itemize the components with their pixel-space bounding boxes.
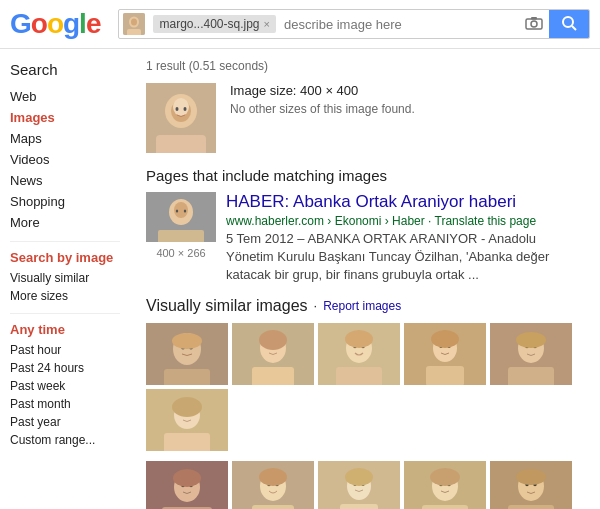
query-image xyxy=(146,83,216,153)
search-by-image-title: Search by image xyxy=(10,250,120,265)
match-thumb: 400 × 266 xyxy=(146,192,216,259)
sidebar-item-past-hour[interactable]: Past hour xyxy=(10,341,120,359)
svg-point-13 xyxy=(173,98,189,116)
svg-rect-80 xyxy=(422,505,468,509)
similar-image-3[interactable] xyxy=(318,323,400,385)
similar-image-11[interactable] xyxy=(490,461,572,509)
svg-point-2 xyxy=(131,19,137,26)
sidebar-item-videos[interactable]: Videos xyxy=(10,149,120,170)
search-title: Search xyxy=(10,61,120,78)
no-sizes-msg: No other sizes of this image found. xyxy=(230,102,415,116)
svg-point-15 xyxy=(184,107,187,111)
svg-point-27 xyxy=(172,333,202,349)
svg-rect-26 xyxy=(164,369,210,385)
sidebar-item-past-month[interactable]: Past month xyxy=(10,395,120,413)
svg-point-81 xyxy=(430,468,460,486)
search-button[interactable] xyxy=(549,9,589,39)
sidebar-item-more[interactable]: More xyxy=(10,212,120,233)
size-label: Image size: 400 × 400 xyxy=(230,83,415,98)
svg-rect-32 xyxy=(252,367,294,385)
similar-image-7[interactable] xyxy=(146,461,228,509)
main-content: 1 result (0.51 seconds) Image size: xyxy=(130,49,600,509)
sidebar-item-past-week[interactable]: Past week xyxy=(10,377,120,395)
svg-line-8 xyxy=(572,26,576,30)
sidebar-item-visually-similar[interactable]: Visually similar xyxy=(10,269,120,287)
sidebar-divider2 xyxy=(10,313,120,314)
similar-image-5[interactable] xyxy=(490,323,572,385)
similar-image-4[interactable] xyxy=(404,323,486,385)
svg-point-14 xyxy=(176,107,179,111)
sidebar-item-web[interactable]: Web xyxy=(10,86,120,107)
filename-label: margo...400-sq.jpg xyxy=(159,17,259,31)
similar-images-grid-row2 xyxy=(146,461,584,509)
svg-point-33 xyxy=(259,330,287,350)
body: Search Web Images Maps Videos News Shopp… xyxy=(0,49,600,509)
sidebar-item-shopping[interactable]: Shopping xyxy=(10,191,120,212)
svg-rect-3 xyxy=(127,29,141,35)
similar-image-1[interactable] xyxy=(146,323,228,385)
close-icon[interactable]: × xyxy=(264,18,270,30)
sidebar-item-more-sizes[interactable]: More sizes xyxy=(10,287,120,305)
sidebar-item-maps[interactable]: Maps xyxy=(10,128,120,149)
sidebar-item-images[interactable]: Images xyxy=(10,107,120,128)
svg-point-51 xyxy=(516,332,546,348)
similar-image-8[interactable] xyxy=(232,461,314,509)
svg-point-75 xyxy=(345,468,373,486)
svg-point-57 xyxy=(172,397,202,417)
google-logo: Google xyxy=(10,8,100,40)
similar-image-6[interactable] xyxy=(146,389,228,451)
similar-images-grid-row1 xyxy=(146,323,584,451)
visually-similar-row: Visually similar images · Report images xyxy=(146,297,584,315)
sidebar-item-past-year[interactable]: Past year xyxy=(10,413,120,431)
report-images-link[interactable]: Report images xyxy=(323,299,401,313)
svg-rect-74 xyxy=(340,504,378,509)
svg-point-63 xyxy=(173,469,201,487)
similar-image-2[interactable] xyxy=(232,323,314,385)
svg-point-39 xyxy=(345,330,373,348)
similar-image-10[interactable] xyxy=(404,461,486,509)
header: Google margo...400-sq.jpg × xyxy=(0,0,600,49)
svg-rect-56 xyxy=(164,433,210,451)
image-details: Image size: 400 × 400 No other sizes of … xyxy=(230,83,415,116)
svg-point-69 xyxy=(259,468,287,486)
sidebar-divider1 xyxy=(10,241,120,242)
match-dims: 400 × 266 xyxy=(146,247,216,259)
svg-rect-19 xyxy=(158,230,204,242)
sidebar-nav: Web Images Maps Videos News Shopping Mor… xyxy=(10,86,120,233)
similar-image-9[interactable] xyxy=(318,461,400,509)
match-info: HABER: Abanka Ortak Araniyor haberi www.… xyxy=(226,192,584,285)
match-snippet: 5 Tem 2012 – ABANKA ORTAK ARANIYOR - Ana… xyxy=(226,230,584,285)
match-url: www.haberler.com › Ekonomi › Haber · Tra… xyxy=(226,214,584,228)
svg-point-21 xyxy=(184,210,186,213)
svg-rect-50 xyxy=(508,367,554,385)
match-result: 400 × 266 HABER: Abanka Ortak Araniyor h… xyxy=(146,192,584,285)
svg-rect-12 xyxy=(156,135,206,153)
svg-point-20 xyxy=(176,210,178,213)
any-time-title: Any time xyxy=(10,322,120,337)
sidebar-item-past-24h[interactable]: Past 24 hours xyxy=(10,359,120,377)
svg-point-18 xyxy=(174,202,188,218)
result-stats: 1 result (0.51 seconds) xyxy=(146,59,584,73)
svg-point-7 xyxy=(563,17,573,27)
sidebar-item-news[interactable]: News xyxy=(10,170,120,191)
svg-rect-68 xyxy=(252,505,294,509)
svg-rect-86 xyxy=(508,505,554,509)
match-title[interactable]: HABER: Abanka Ortak Araniyor haberi xyxy=(226,192,516,211)
image-info-box: Image size: 400 × 400 No other sizes of … xyxy=(146,83,584,153)
visually-similar-title: Visually similar images xyxy=(146,297,308,315)
camera-icon[interactable] xyxy=(519,16,549,33)
svg-point-45 xyxy=(431,330,459,348)
matching-pages-title: Pages that include matching images xyxy=(146,167,584,184)
sidebar-item-custom-range[interactable]: Custom range... xyxy=(10,431,120,449)
search-bar: margo...400-sq.jpg × xyxy=(118,9,590,39)
svg-point-87 xyxy=(516,469,546,485)
svg-rect-44 xyxy=(426,366,464,385)
svg-rect-38 xyxy=(336,367,382,385)
svg-point-5 xyxy=(531,21,537,27)
search-image-thumb xyxy=(123,13,145,35)
describe-input[interactable] xyxy=(280,17,519,32)
filename-tag[interactable]: margo...400-sq.jpg × xyxy=(153,15,276,33)
svg-rect-6 xyxy=(531,17,537,20)
sidebar: Search Web Images Maps Videos News Shopp… xyxy=(0,49,130,509)
